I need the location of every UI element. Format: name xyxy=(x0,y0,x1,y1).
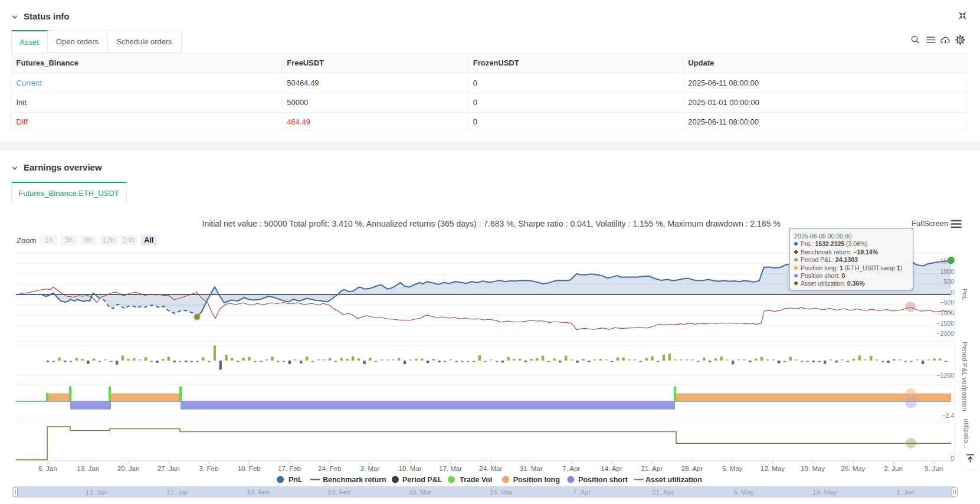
svg-text:10. Mar: 10. Mar xyxy=(409,489,432,496)
svg-text:500: 500 xyxy=(943,278,954,285)
svg-text:10. Mar: 10. Mar xyxy=(399,465,422,472)
svg-text:utilizatio...: utilizatio... xyxy=(963,418,970,449)
svg-text:vol/position: vol/position xyxy=(961,377,968,411)
svg-text:Position long: Position long xyxy=(513,476,560,484)
svg-text:28. Apr: 28. Apr xyxy=(681,465,703,472)
svg-text:Period P&L: Period P&L xyxy=(402,476,443,484)
svg-text:−1200: −1200 xyxy=(937,372,955,379)
svg-text:24. Mar: 24. Mar xyxy=(490,489,513,496)
svg-text:1500: 1500 xyxy=(940,257,955,264)
svg-text:24. Feb: 24. Feb xyxy=(328,489,351,496)
svg-text:31. Mar: 31. Mar xyxy=(520,465,543,472)
svg-text:−500: −500 xyxy=(940,299,954,306)
svg-text:6. Jan: 6. Jan xyxy=(38,465,57,472)
svg-text:27. Jan: 27. Jan xyxy=(166,489,189,496)
svg-text:PnL: PnL xyxy=(961,289,968,301)
svg-text:14. Apr: 14. Apr xyxy=(601,465,622,472)
svg-text:7. Apr: 7. Apr xyxy=(573,489,591,496)
svg-text:2. Jun: 2. Jun xyxy=(896,489,915,496)
svg-text:17. Mar: 17. Mar xyxy=(439,465,462,472)
svg-text:−1500: −1500 xyxy=(937,320,955,327)
svg-text:5. May: 5. May xyxy=(722,465,743,472)
svg-text:17. Feb: 17. Feb xyxy=(278,465,301,472)
svg-text:24. Mar: 24. Mar xyxy=(479,465,502,472)
svg-text:Position short: Position short xyxy=(578,476,628,484)
svg-text:21. Apr: 21. Apr xyxy=(652,489,674,496)
svg-text:Benchmark return: Benchmark return xyxy=(323,476,386,484)
svg-text:19. May: 19. May xyxy=(801,465,825,472)
svg-text:10. Feb: 10. Feb xyxy=(238,465,261,472)
svg-text:5. May: 5. May xyxy=(733,489,754,496)
svg-text:0: 0 xyxy=(950,455,954,462)
svg-text:13. Jan: 13. Jan xyxy=(86,489,108,496)
svg-text:10. Feb: 10. Feb xyxy=(247,489,270,496)
svg-text:−2.4: −2.4 xyxy=(942,412,954,419)
svg-text:PnL: PnL xyxy=(289,476,303,484)
svg-text:7. Apr: 7. Apr xyxy=(562,465,580,472)
svg-text:12. May: 12. May xyxy=(761,465,785,472)
svg-text:20. Jan: 20. Jan xyxy=(117,465,140,472)
svg-text:13. Jan: 13. Jan xyxy=(77,465,99,472)
svg-text:3. Feb: 3. Feb xyxy=(199,465,219,472)
svg-text:21. Apr: 21. Apr xyxy=(641,465,663,472)
svg-text:−1000: −1000 xyxy=(937,309,955,316)
svg-text:27. Jan: 27. Jan xyxy=(158,465,180,472)
svg-text:26. May: 26. May xyxy=(841,465,866,472)
svg-text:1000: 1000 xyxy=(940,268,955,275)
svg-text:9. Jun: 9. Jun xyxy=(925,465,943,472)
svg-text:−2000: −2000 xyxy=(937,330,955,337)
svg-text:0: 0 xyxy=(950,289,954,296)
svg-text:Asset utilization: Asset utilization xyxy=(645,476,702,484)
svg-text:Period P&L: Period P&L xyxy=(961,342,968,377)
svg-text:Trade Vol: Trade Vol xyxy=(460,476,492,484)
svg-text:3. Mar: 3. Mar xyxy=(360,465,380,472)
svg-text:19. May: 19. May xyxy=(812,489,837,496)
svg-text:24. Feb: 24. Feb xyxy=(318,465,341,472)
svg-text:2. Jun: 2. Jun xyxy=(884,465,903,472)
